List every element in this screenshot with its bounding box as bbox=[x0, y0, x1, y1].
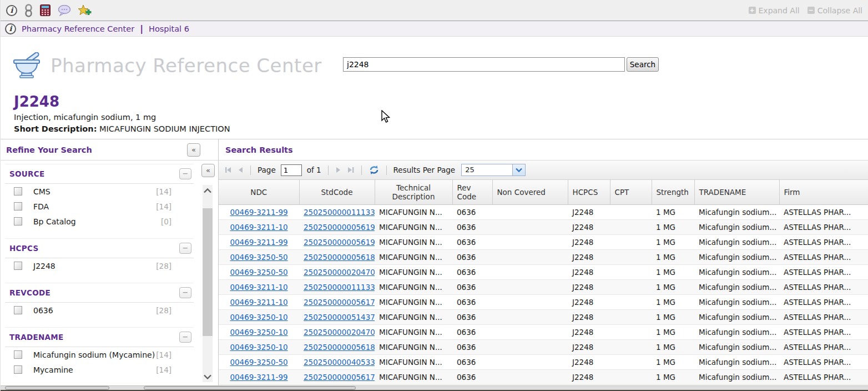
rev-code-cell: 0636 bbox=[452, 204, 492, 219]
results-per-page-dropdown[interactable]: 25 bbox=[461, 164, 526, 176]
last-page-button[interactable] bbox=[347, 166, 355, 174]
filter-checkbox[interactable] bbox=[14, 262, 22, 270]
table-row: 00469-3250-50 250250000020470 MICAFUNGIN… bbox=[219, 264, 868, 279]
rev-code-cell: 0636 bbox=[452, 309, 492, 324]
technical-description-cell: MICAFUNGIN N... bbox=[375, 234, 452, 249]
ndc-link[interactable]: 00469-3250-50 bbox=[230, 253, 287, 262]
filter-section-tradename: TRADENAME − Micafungin sodium (Mycamine)… bbox=[5, 327, 194, 377]
non-covered-cell bbox=[492, 234, 568, 249]
rev-code-cell: 0636 bbox=[452, 339, 492, 354]
horizontal-scrollbar[interactable] bbox=[1, 385, 868, 390]
first-page-button[interactable] bbox=[224, 166, 232, 174]
filter-label: CMS bbox=[33, 187, 51, 196]
ndc-link[interactable]: 00469-3250-50 bbox=[230, 358, 287, 367]
ndc-link[interactable]: 00469-3250-10 bbox=[230, 343, 287, 352]
filter-checkbox[interactable] bbox=[14, 365, 22, 374]
filter-checkbox[interactable] bbox=[14, 217, 22, 225]
results-per-page-value: 25 bbox=[461, 164, 512, 176]
section-title-source: SOURCE bbox=[5, 169, 45, 178]
filter-label: Mycamine bbox=[33, 365, 73, 374]
stdcode-link[interactable]: 250250000020470 bbox=[304, 268, 375, 277]
scrollbar-thumb[interactable] bbox=[203, 208, 213, 336]
section-collapse-source-button[interactable]: − bbox=[179, 168, 191, 179]
ndc-link[interactable]: 00469-3211-10 bbox=[230, 298, 287, 307]
next-page-button[interactable] bbox=[335, 166, 342, 174]
section-collapse-hcpcs-button[interactable]: − bbox=[179, 243, 191, 254]
filter-item: Micafungin sodium (Mycamine) [14] bbox=[5, 347, 194, 362]
stdcode-link[interactable]: 250250000005619 bbox=[304, 238, 375, 247]
table-row: 00469-3250-10 250250000051437 MICAFUNGIN… bbox=[219, 309, 868, 324]
column-header[interactable]: Strength bbox=[652, 180, 694, 204]
ndc-link[interactable]: 00469-3211-10 bbox=[230, 223, 287, 232]
breadcrumb-facility-link[interactable]: Hospital 6 bbox=[149, 24, 189, 33]
breadcrumb-info-icon[interactable]: i bbox=[5, 23, 16, 34]
column-header[interactable]: HCPCS bbox=[568, 180, 610, 204]
section-collapse-revcode-button[interactable]: − bbox=[179, 287, 191, 298]
section-collapse-tradename-button[interactable]: − bbox=[179, 332, 191, 343]
filter-checkbox[interactable] bbox=[14, 306, 22, 314]
stdcode-link[interactable]: 250250000005618 bbox=[304, 253, 375, 262]
column-header[interactable]: Rev Code bbox=[452, 180, 492, 204]
star-add-icon[interactable] bbox=[78, 4, 92, 17]
stdcode-link[interactable]: 250250000020470 bbox=[304, 328, 375, 337]
search-button[interactable]: Search bbox=[627, 57, 659, 72]
collapse-all-label: Collapse All bbox=[817, 6, 862, 15]
strength-cell: 1 MG bbox=[652, 279, 694, 294]
horizontal-scrollbar-thumb[interactable] bbox=[5, 386, 109, 390]
stdcode-link[interactable]: 250250000040533 bbox=[304, 358, 375, 367]
ndc-link[interactable]: 00469-3250-10 bbox=[230, 328, 287, 337]
stdcode-link[interactable]: 250250000005617 bbox=[304, 298, 375, 307]
column-header[interactable]: TRADENAME bbox=[694, 180, 779, 204]
ndc-link[interactable]: 00469-3211-99 bbox=[230, 238, 287, 247]
column-header[interactable]: Firm bbox=[779, 180, 868, 204]
stdcode-link[interactable]: 250250000011133 bbox=[304, 208, 375, 217]
sidebar-collapse-button[interactable]: « bbox=[187, 143, 200, 157]
scroll-down-icon[interactable] bbox=[203, 371, 213, 382]
horizontal-scrollbar-thumb[interactable] bbox=[144, 386, 356, 390]
column-header[interactable]: NDC bbox=[219, 180, 299, 204]
filter-count: [14] bbox=[156, 365, 171, 374]
stdcode-link[interactable]: 250250000005617 bbox=[304, 373, 375, 382]
column-header[interactable]: StdCode bbox=[299, 180, 375, 204]
cpt-cell bbox=[610, 354, 652, 369]
scroll-up-icon[interactable] bbox=[203, 185, 213, 196]
firm-cell: ASTELLAS PHAR... bbox=[779, 279, 868, 294]
top-toolbar: i + Expand All − Collapse All bbox=[1, 0, 868, 21]
info-icon[interactable]: i bbox=[6, 5, 17, 16]
filter-label: Micafungin sodium (Mycamine) bbox=[33, 350, 155, 359]
non-covered-cell bbox=[492, 264, 568, 279]
collapse-all-button[interactable]: − Collapse All bbox=[808, 6, 862, 15]
stdcode-link[interactable]: 250250000005619 bbox=[304, 223, 375, 232]
technical-description-cell: MICAFUNGIN N... bbox=[375, 279, 452, 294]
refresh-icon[interactable] bbox=[369, 165, 380, 175]
stdcode-link[interactable]: 250250000051437 bbox=[304, 313, 375, 322]
search-input[interactable] bbox=[343, 57, 625, 72]
page-number-input[interactable] bbox=[281, 164, 302, 176]
ndc-link[interactable]: 00469-3211-10 bbox=[230, 283, 287, 292]
expand-all-button[interactable]: + Expand All bbox=[749, 6, 800, 15]
link-icon[interactable] bbox=[24, 4, 33, 17]
ndc-link[interactable]: 00469-3211-99 bbox=[230, 373, 287, 382]
filter-label: Bp Catalog bbox=[33, 217, 76, 226]
column-header[interactable]: Non Covered bbox=[492, 180, 568, 204]
rev-code-cell: 0636 bbox=[452, 324, 492, 339]
filter-item: J2248 [28] bbox=[5, 258, 194, 273]
previous-page-button[interactable] bbox=[237, 166, 244, 174]
panel-collapse-icon[interactable]: « bbox=[201, 164, 215, 177]
column-header[interactable]: CPT bbox=[610, 180, 652, 204]
ndc-link[interactable]: 00469-3211-99 bbox=[230, 208, 287, 217]
non-covered-cell bbox=[492, 309, 568, 324]
stdcode-link[interactable]: 250250000011133 bbox=[304, 283, 375, 292]
column-header[interactable]: Technical Description bbox=[375, 180, 452, 204]
filter-checkbox[interactable] bbox=[14, 202, 22, 210]
stdcode-link[interactable]: 250250000005618 bbox=[304, 343, 375, 352]
filter-checkbox[interactable] bbox=[14, 350, 22, 359]
calculator-icon[interactable] bbox=[40, 4, 51, 16]
ndc-link[interactable]: 00469-3250-50 bbox=[230, 268, 287, 277]
table-row: 00469-3211-99 250250000011133 MICAFUNGIN… bbox=[219, 204, 868, 219]
comment-icon[interactable] bbox=[58, 5, 71, 16]
cpt-cell bbox=[610, 219, 652, 234]
filter-checkbox[interactable] bbox=[14, 187, 22, 196]
ndc-link[interactable]: 00469-3250-10 bbox=[230, 313, 287, 322]
breadcrumb-app-link[interactable]: Pharmacy Reference Center bbox=[22, 24, 134, 33]
